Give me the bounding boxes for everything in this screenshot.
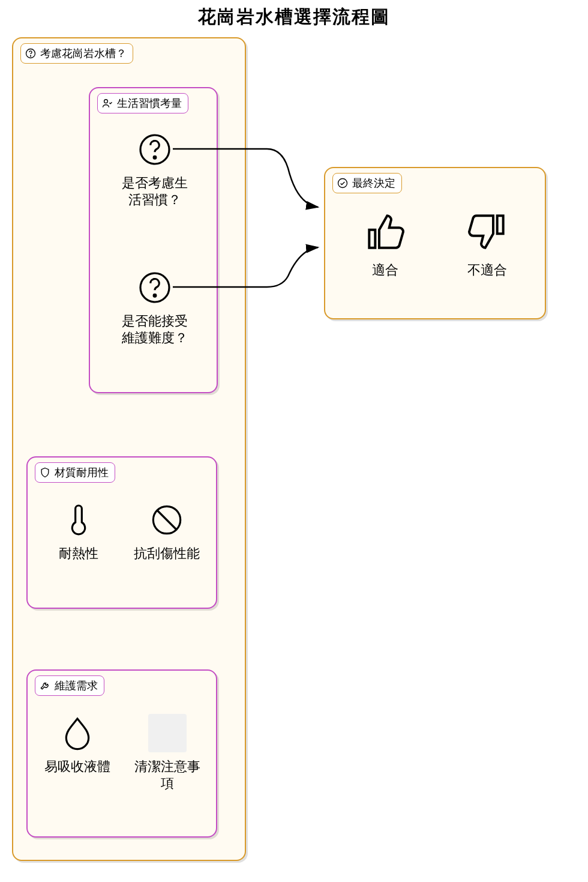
maintenance-clean-text: 清潔注意事項 xyxy=(128,758,206,791)
svg-line-8 xyxy=(157,510,176,530)
maintenance-label-text: 維護需求 xyxy=(55,678,98,693)
lifestyle-box: 生活習慣考量 是否考慮生活習慣？ 是否能接受維護難度？ xyxy=(89,87,218,393)
maintenance-absorb-text: 易吸收液體 xyxy=(38,758,116,775)
lifestyle-q1-text: 是否考慮生活習慣？ xyxy=(117,175,192,208)
maintenance-clean-node: 清潔注意事項 xyxy=(128,714,206,791)
maintenance-box: 維護需求 易吸收液體 清潔注意事項 xyxy=(26,669,217,838)
durability-label: 材質耐用性 xyxy=(35,462,115,483)
decision-label: 最終決定 xyxy=(332,173,402,193)
decision-yes-text: 適合 xyxy=(349,262,421,279)
svg-point-9 xyxy=(338,179,347,188)
thumbs-down-icon xyxy=(463,208,511,256)
decision-no-text: 不適合 xyxy=(451,262,523,279)
question-circle-icon xyxy=(136,268,174,307)
page-title: 花崗岩水槽選擇流程圖 xyxy=(0,0,588,29)
svg-point-6 xyxy=(154,294,156,297)
durability-box: 材質耐用性 耐熱性 抗刮傷性能 xyxy=(26,456,217,609)
thumbs-up-icon xyxy=(361,208,409,256)
user-check-icon xyxy=(101,97,113,109)
lifestyle-q2-node: 是否能接受維護難度？ xyxy=(117,268,192,346)
maintenance-absorb-node: 易吸收液體 xyxy=(38,714,116,775)
shield-icon xyxy=(39,467,51,479)
placeholder-icon xyxy=(148,714,187,752)
thermometer-icon xyxy=(59,501,98,539)
decision-no-node: 不適合 xyxy=(451,208,523,279)
ban-icon xyxy=(148,501,186,539)
droplet-icon xyxy=(58,714,97,752)
help-circle-icon xyxy=(25,47,37,59)
durability-heat-node: 耐熱性 xyxy=(46,501,112,562)
outer-box-label-text: 考慮花崗岩水槽？ xyxy=(40,46,127,61)
lifestyle-label: 生活習慣考量 xyxy=(97,93,188,113)
check-circle-icon xyxy=(337,177,349,189)
decision-label-text: 最終決定 xyxy=(352,176,395,190)
decision-yes-node: 適合 xyxy=(349,208,421,279)
durability-scratch-node: 抗刮傷性能 xyxy=(131,501,203,562)
durability-heat-text: 耐熱性 xyxy=(46,545,112,562)
lifestyle-q1-node: 是否考慮生活習慣？ xyxy=(117,130,192,208)
lifestyle-q2-text: 是否能接受維護難度？ xyxy=(117,313,192,346)
lifestyle-label-text: 生活習慣考量 xyxy=(117,96,182,110)
outer-box-label: 考慮花崗岩水槽？ xyxy=(20,43,133,64)
svg-point-1 xyxy=(31,56,31,56)
svg-point-4 xyxy=(154,156,156,159)
durability-label-text: 材質耐用性 xyxy=(55,465,109,480)
maintenance-label: 維護需求 xyxy=(35,675,104,696)
svg-point-2 xyxy=(104,100,108,103)
question-circle-icon xyxy=(136,130,174,169)
wrench-icon xyxy=(39,680,51,692)
durability-scratch-text: 抗刮傷性能 xyxy=(131,545,203,562)
decision-box: 最終決定 適合 不適合 xyxy=(324,167,546,319)
